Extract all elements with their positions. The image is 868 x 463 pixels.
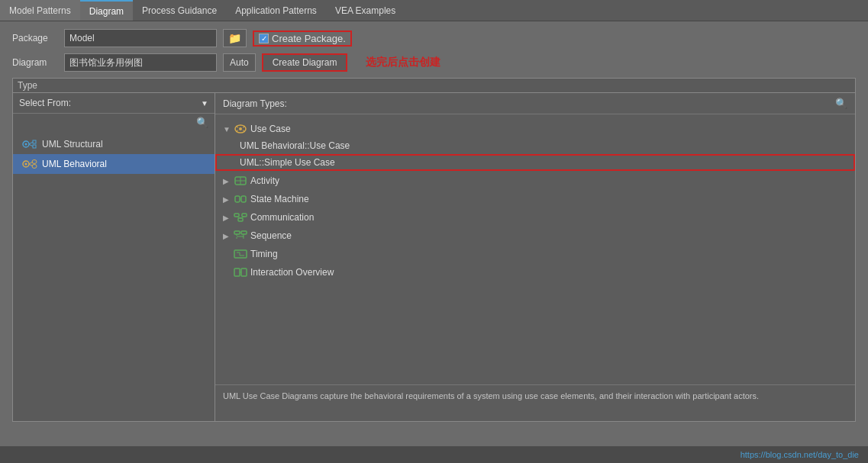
- sequence-icon: [234, 230, 247, 241]
- svg-point-7: [25, 163, 27, 166]
- tree-group-sequence: ▶ Sequence: [215, 227, 855, 244]
- svg-rect-29: [234, 231, 240, 234]
- uml-behavioral-label: UML Behavioral: [42, 159, 107, 169]
- interaction-overview-label: Interaction Overview: [250, 267, 334, 278]
- select-from-label: Select From:: [19, 98, 71, 108]
- use-case-label: Use Case: [250, 124, 291, 134]
- uml-structural-label: UML Structural: [42, 139, 103, 150]
- auto-label: Auto: [223, 53, 256, 72]
- activity-group-header[interactable]: ▶ Activity: [215, 172, 855, 189]
- svg-rect-30: [241, 231, 247, 234]
- tree-group-use-case: ▼ Use Case: [215, 121, 855, 171]
- diagram-row: Diagram Auto Create Diagram 选完后点击创建: [12, 53, 856, 72]
- diagram-input[interactable]: [64, 53, 217, 72]
- state-machine-icon: [234, 194, 247, 204]
- left-search-icon[interactable]: 🔍: [196, 117, 208, 128]
- menu-item-application-patterns[interactable]: Application Patterns: [226, 0, 326, 21]
- svg-rect-26: [238, 218, 243, 221]
- annotation-text: 选完后点击创建: [366, 56, 440, 69]
- svg-line-2: [29, 142, 33, 144]
- sequence-group-header[interactable]: ▶ Sequence: [215, 227, 855, 244]
- create-diagram-button[interactable]: Create Diagram: [262, 53, 348, 72]
- select-from-header: Select From: ▼: [13, 93, 215, 114]
- diagram-list: ▼ Use Case: [215, 114, 855, 384]
- svg-rect-25: [242, 214, 247, 217]
- svg-rect-24: [234, 214, 239, 217]
- menu-item-process-guidance[interactable]: Process Guidance: [133, 0, 226, 21]
- uml-structural-icon: [22, 138, 37, 150]
- menu-item-vea-examples[interactable]: VEA Examples: [326, 0, 405, 21]
- tree-item-uml-behavioral-use-case[interactable]: UML Behavioral::Use Case: [215, 137, 855, 154]
- svg-rect-21: [235, 196, 240, 202]
- use-case-group-header[interactable]: ▼ Use Case: [215, 121, 855, 137]
- tree-group-timing: Timing: [215, 246, 855, 262]
- left-search-area: 🔍: [13, 114, 215, 131]
- type-label: Type: [13, 79, 855, 93]
- activity-arrow-icon: ▶: [223, 177, 231, 185]
- tree-group-communication: ▶ Communication: [215, 209, 855, 226]
- interaction-overview-group-header[interactable]: Interaction Overview: [215, 264, 855, 281]
- package-input[interactable]: [64, 29, 217, 47]
- diagram-types-label: Diagram Types:: [223, 98, 287, 109]
- main-content: Package 📁 ✓ Create Package. Diagram Auto…: [0, 21, 868, 429]
- communication-icon: [234, 212, 247, 223]
- menu-bar: Model Patterns Diagram Process Guidance …: [0, 0, 868, 21]
- tree-group-interaction-overview: Interaction Overview: [215, 264, 855, 281]
- svg-rect-35: [234, 250, 247, 258]
- diagram-label: Diagram: [12, 57, 58, 68]
- type-body: Select From: ▼ 🔍: [13, 93, 855, 421]
- timing-label: Timing: [250, 249, 278, 259]
- tree-group-state-machine: ▶ State Machine: [215, 191, 855, 207]
- tree-item-uml-simple-use-case[interactable]: UML::Simple Use Case: [215, 154, 855, 171]
- sequence-label: Sequence: [250, 230, 292, 241]
- left-panel: Select From: ▼ 🔍: [13, 93, 215, 421]
- folder-button[interactable]: 📁: [223, 29, 247, 47]
- svg-rect-40: [241, 268, 247, 276]
- sidebar-item-uml-behavioral[interactable]: UML Behavioral: [13, 154, 215, 174]
- create-package-wrapper: ✓ Create Package.: [253, 31, 352, 47]
- footer-link[interactable]: https://blog.csdn.net/day_to_die: [741, 450, 859, 459]
- sequence-arrow-icon: ▶: [223, 232, 231, 240]
- right-panel: Diagram Types: 🔍 ▼: [215, 93, 855, 421]
- communication-label: Communication: [250, 212, 314, 223]
- communication-group-header[interactable]: ▶ Communication: [215, 209, 855, 226]
- tree-group-activity: ▶ Activity: [215, 172, 855, 189]
- activity-label: Activity: [250, 175, 279, 186]
- dropdown-arrow-icon[interactable]: ▼: [201, 99, 208, 108]
- svg-line-3: [29, 144, 33, 146]
- use-case-group-icon: [234, 124, 247, 134]
- use-case-arrow-icon: ▼: [223, 125, 231, 133]
- state-machine-group-header[interactable]: ▶ State Machine: [215, 191, 855, 207]
- footer: https://blog.csdn.net/day_to_die: [0, 446, 868, 463]
- timing-group-header[interactable]: Timing: [215, 246, 855, 262]
- create-package-label: Create Package.: [272, 33, 346, 44]
- description-text: UML Use Case Diagrams capture the behavi…: [223, 391, 759, 400]
- svg-rect-22: [241, 196, 246, 202]
- svg-point-1: [25, 143, 27, 146]
- svg-rect-39: [234, 268, 240, 276]
- uml-behavioral-icon: [22, 158, 37, 170]
- package-label: Package: [12, 33, 58, 43]
- interaction-overview-icon: [234, 267, 247, 278]
- timing-icon: [234, 249, 247, 259]
- state-machine-arrow-icon: ▶: [223, 195, 231, 204]
- left-panel-items: UML Structural UML Behavioral: [13, 131, 215, 177]
- right-search-icon[interactable]: 🔍: [835, 98, 847, 109]
- folder-icon: 📁: [228, 32, 241, 44]
- state-machine-label: State Machine: [250, 194, 309, 204]
- svg-rect-5: [33, 145, 36, 148]
- description-bar: UML Use Case Diagrams capture the behavi…: [215, 384, 855, 421]
- communication-arrow-icon: ▶: [223, 214, 231, 222]
- diagram-types-header: Diagram Types: 🔍: [215, 93, 855, 114]
- activity-icon: [234, 175, 247, 186]
- sidebar-item-uml-structural[interactable]: UML Structural: [13, 134, 215, 154]
- menu-item-diagram[interactable]: Diagram: [80, 0, 133, 21]
- package-row: Package 📁 ✓ Create Package.: [12, 29, 856, 47]
- svg-rect-4: [33, 140, 36, 143]
- create-package-checkbox[interactable]: ✓: [259, 34, 269, 43]
- menu-item-model-patterns[interactable]: Model Patterns: [0, 0, 80, 21]
- type-section: Type Select From: ▼ 🔍: [12, 78, 856, 422]
- svg-point-13: [239, 127, 242, 130]
